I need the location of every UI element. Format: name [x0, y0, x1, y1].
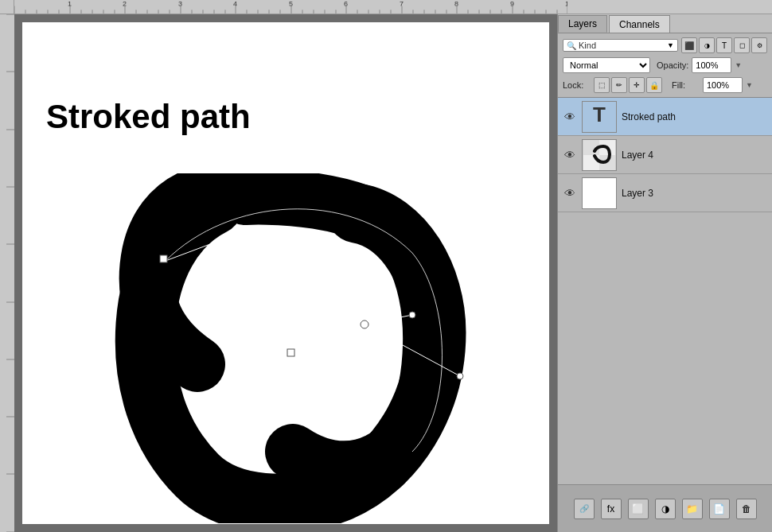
panel-bottom: 🔗 fx ⬜ ◑ 📁 📄 🗑 — [558, 484, 772, 532]
lock-all-icon[interactable]: 🔒 — [646, 77, 662, 93]
fill-label: Fill: — [672, 80, 700, 90]
layer-name-0: Stroked path — [622, 111, 676, 122]
lock-position-icon[interactable]: ✛ — [629, 77, 645, 93]
visibility-icon-0[interactable]: 👁 — [563, 110, 577, 124]
new-layer-btn[interactable]: 📄 — [709, 499, 730, 519]
svg-point-8 — [457, 373, 463, 379]
left-ruler — [0, 14, 14, 532]
layer-item-3[interactable]: 👁 Layer 3 — [558, 174, 772, 212]
link-layers-btn[interactable]: 🔗 — [574, 499, 595, 519]
layer-thumb-2 — [582, 177, 617, 209]
svg-text:T: T — [593, 102, 606, 126]
layer-style-btn[interactable]: fx — [601, 499, 622, 519]
blend-opacity-row: Normal Opacity: ▼ — [563, 56, 767, 74]
blend-mode-select[interactable]: Normal — [563, 57, 650, 73]
right-panel: Layers Channels 🔍 Kind ▼ ⬛ ◑ T ◻ ⚙ — [557, 14, 772, 532]
control-points-overlay — [70, 173, 484, 523]
tab-layers[interactable]: Layers — [558, 15, 607, 33]
svg-point-9 — [361, 320, 368, 328]
lock-fill-row: Lock: ⬚ ✏ ✛ 🔒 Fill: ▼ — [563, 76, 767, 94]
opacity-input[interactable] — [692, 57, 731, 73]
adjustment-btn[interactable]: ◑ — [655, 499, 676, 519]
fill-input[interactable] — [703, 77, 743, 93]
fill-arrow: ▼ — [746, 81, 753, 89]
panel-controls: 🔍 Kind ▼ ⬛ ◑ T ◻ ⚙ Normal Opacity: — [558, 33, 772, 98]
canvas-title: Stroked path — [46, 98, 251, 136]
tab-channels[interactable]: Channels — [609, 15, 670, 33]
visibility-icon-1[interactable]: 👁 — [563, 148, 577, 162]
layer-name-1: Layer 4 — [622, 150, 653, 161]
delete-layer-btn[interactable]: 🗑 — [736, 499, 757, 519]
lock-image-icon[interactable]: ✏ — [611, 77, 627, 93]
canvas-white: Stroked path — [22, 22, 549, 524]
layer-thumb-1 — [582, 139, 617, 171]
lock-icons-group: ⬚ ✏ ✛ 🔒 — [594, 77, 662, 93]
kind-dropdown-arrow: ▼ — [667, 41, 674, 49]
mask-btn[interactable]: ⬜ — [628, 499, 649, 519]
type-filter-icon[interactable]: T — [716, 37, 732, 53]
kind-search-box[interactable]: 🔍 Kind ▼ — [563, 39, 678, 52]
kind-row: 🔍 Kind ▼ ⬛ ◑ T ◻ ⚙ — [563, 37, 767, 54]
lock-transparent-icon[interactable]: ⬚ — [594, 77, 610, 93]
adjustment-filter-icon[interactable]: ◑ — [699, 37, 715, 53]
layer-name-2: Layer 3 — [622, 188, 653, 199]
visibility-icon-2[interactable]: 👁 — [563, 186, 577, 200]
lock-label: Lock: — [563, 80, 591, 90]
canvas-area: Stroked path — [14, 14, 557, 532]
group-btn[interactable]: 📁 — [682, 499, 703, 519]
svg-rect-4 — [160, 255, 167, 262]
search-icon: 🔍 — [567, 41, 576, 50]
svg-rect-5 — [287, 349, 294, 356]
svg-line-0 — [293, 324, 365, 355]
tabs-row: Layers Channels — [558, 14, 772, 33]
shape-filter-icon[interactable]: ◻ — [734, 37, 750, 53]
svg-line-3 — [166, 237, 229, 261]
pixel-filter-icon[interactable]: ⬛ — [681, 37, 697, 53]
svg-line-1 — [365, 315, 412, 324]
smart-filter-icon[interactable]: ⚙ — [751, 37, 767, 53]
layer-thumb-0: T — [582, 101, 617, 133]
opacity-arrow: ▼ — [735, 61, 742, 69]
kind-label: Kind — [579, 41, 665, 50]
opacity-label: Opacity: — [657, 60, 688, 70]
layer-item-4[interactable]: 👁 Layer 4 — [558, 136, 772, 174]
top-ruler — [14, 0, 567, 14]
svg-line-2 — [365, 324, 460, 376]
svg-point-7 — [409, 312, 415, 318]
layers-list: 👁 T Stroked path 👁 — [558, 98, 772, 484]
filter-icons: ⬛ ◑ T ◻ ⚙ — [681, 37, 767, 53]
layer-item-stroked-path[interactable]: 👁 T Stroked path — [558, 98, 772, 136]
